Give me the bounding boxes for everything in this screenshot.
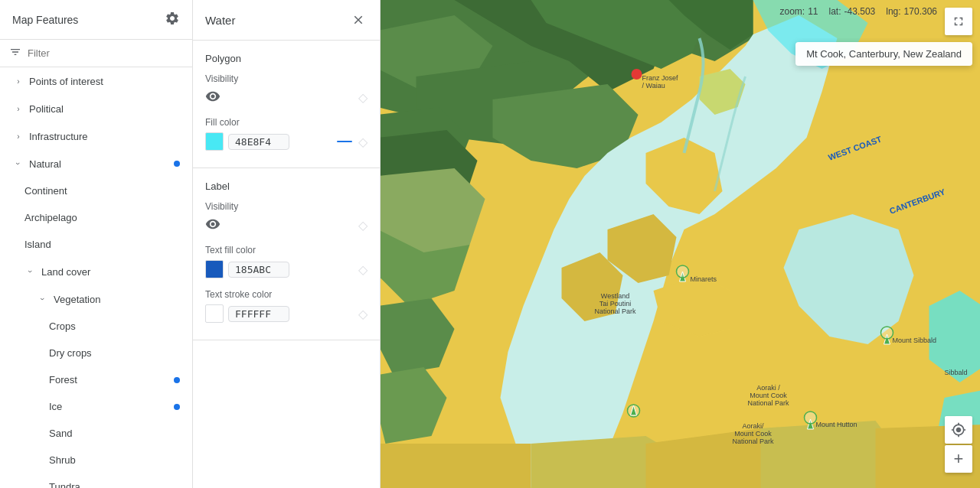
filter-icon xyxy=(9,46,21,60)
settings-icon[interactable] xyxy=(165,11,180,28)
sidebar-item-dry-crops[interactable]: Dry crops xyxy=(0,340,192,366)
locate-me-button[interactable] xyxy=(945,416,972,444)
dot-indicator xyxy=(174,404,180,410)
keyframe-diamond-icon[interactable]: ◇ xyxy=(358,135,368,149)
keyframe-diamond-icon[interactable]: ◇ xyxy=(358,307,368,321)
filter-input[interactable] xyxy=(28,47,183,59)
keyframe-diamond-icon[interactable]: ◇ xyxy=(358,218,368,233)
lat-label: lat: xyxy=(829,6,841,17)
lng-value: 170.306 xyxy=(904,6,937,17)
chevron-down-icon: › xyxy=(12,158,24,170)
label-section-title: Label xyxy=(205,181,368,192)
text-stroke-color-swatch[interactable] xyxy=(205,304,224,323)
sidebar-item-label: Points of interest xyxy=(29,76,103,87)
text-stroke-color-value: FFFFFF xyxy=(228,306,289,322)
chevron-right-icon: › xyxy=(12,130,24,142)
chevron-down-icon: › xyxy=(37,293,49,305)
lat-value: -43.503 xyxy=(844,6,876,17)
polygon-section-title: Polygon xyxy=(205,53,368,64)
sidebar-item-sand[interactable]: Sand xyxy=(0,420,192,447)
label-visibility-eye-icon[interactable] xyxy=(205,216,220,234)
sidebar-header: Map Features xyxy=(0,0,192,40)
fill-color-label: Fill color xyxy=(205,117,368,128)
sidebar-item-tundra[interactable]: Tundra xyxy=(0,473,192,488)
zoom-in-button[interactable]: + xyxy=(945,445,972,473)
chevron-right-icon: › xyxy=(12,102,24,115)
text-fill-color-label: Text fill color xyxy=(205,245,368,255)
text-stroke-color-control[interactable]: FFFFFF xyxy=(205,304,289,323)
chevron-right-icon: › xyxy=(12,75,24,87)
label-visibility-label: Visibility xyxy=(205,201,368,212)
minus-line-icon xyxy=(337,141,352,142)
text-fill-color-value: 185ABC xyxy=(228,262,289,278)
sidebar-item-label: Political xyxy=(29,103,64,115)
text-fill-color-swatch[interactable] xyxy=(205,260,224,278)
text-stroke-color-label: Text stroke color xyxy=(205,289,368,300)
sidebar-item-forest[interactable]: Forest xyxy=(0,366,192,393)
fill-color-value: 48E8F4 xyxy=(228,134,289,150)
location-tooltip: Mt Cook, Canterbury, New Zealand xyxy=(795,42,972,66)
filter-bar[interactable] xyxy=(0,40,192,67)
panel-title: Water xyxy=(205,14,235,27)
keyframe-diamond-icon[interactable]: ◇ xyxy=(358,262,368,277)
sidebar-item-label: Crops xyxy=(49,320,76,332)
svg-rect-23 xyxy=(381,444,531,488)
sidebar-item-label: Shrub xyxy=(49,454,76,466)
sidebar-item-label: Sand xyxy=(49,428,72,439)
panel-header: Water xyxy=(193,0,380,41)
fullscreen-button[interactable] xyxy=(945,8,972,35)
sidebar-item-label: Land cover xyxy=(41,266,90,278)
sidebar-item-ice[interactable]: Ice xyxy=(0,393,192,420)
dot-indicator xyxy=(174,161,180,167)
sidebar-item-label: Ice xyxy=(49,401,62,412)
chevron-down-icon: › xyxy=(24,265,37,278)
visibility-label: Visibility xyxy=(205,73,368,84)
sidebar-item-label: Dry crops xyxy=(49,347,92,359)
sidebar-item-label: Island xyxy=(24,239,51,250)
polygon-section: Polygon Visibility ◇ Fill color 48E8F4 ◇ xyxy=(193,41,380,168)
label-section: Label Visibility ◇ Text fill color 185AB… xyxy=(193,168,380,340)
close-button[interactable] xyxy=(349,11,368,29)
sidebar-item-natural[interactable]: › Natural xyxy=(0,150,192,177)
map-controls: + xyxy=(945,416,972,473)
sidebar-item-political[interactable]: › Political xyxy=(0,95,192,122)
zoom-value: 11 xyxy=(808,6,818,17)
sidebar-item-label: Archipelago xyxy=(24,212,77,223)
sidebar-item-label: Vegetation xyxy=(54,294,100,305)
text-fill-color-control[interactable]: 185ABC xyxy=(205,260,289,278)
sidebar-item-label: Infrastructure xyxy=(29,131,88,142)
dot-indicator xyxy=(174,377,180,383)
sidebar-item-label: Tundra xyxy=(49,481,80,488)
sidebar-item-continent[interactable]: Continent xyxy=(0,177,192,204)
sidebar: Map Features › Points of interest › Poli… xyxy=(0,0,193,488)
sidebar-item-infrastructure[interactable]: › Infrastructure xyxy=(0,122,192,150)
sidebar-item-label: Natural xyxy=(29,158,61,170)
sidebar-item-points-of-interest[interactable]: › Points of interest xyxy=(0,67,192,95)
sidebar-items-list: › Points of interest › Political › Infra… xyxy=(0,67,192,488)
sidebar-item-island[interactable]: Island xyxy=(0,231,192,258)
visibility-eye-icon[interactable] xyxy=(205,89,220,106)
sidebar-title: Map Features xyxy=(12,14,78,26)
location-tooltip-text: Mt Cook, Canterbury, New Zealand xyxy=(806,48,962,60)
sidebar-item-archipelago[interactable]: Archipelago xyxy=(0,204,192,231)
lng-label: lng: xyxy=(886,6,900,17)
sidebar-item-crops[interactable]: Crops xyxy=(0,313,192,340)
keyframe-diamond-icon[interactable]: ◇ xyxy=(358,90,368,105)
sidebar-item-vegetation[interactable]: › Vegetation xyxy=(0,285,192,313)
fill-color-control[interactable]: 48E8F4 xyxy=(205,132,289,151)
sidebar-item-label: Continent xyxy=(24,185,67,197)
fill-color-swatch[interactable] xyxy=(205,132,224,151)
map-area[interactable]: WEST COAST CANTERBURY WEST COAST CANTERB… xyxy=(381,0,980,488)
sidebar-item-shrub[interactable]: Shrub xyxy=(0,447,192,473)
zoom-label: zoom: xyxy=(779,6,805,17)
feature-panel: Water Polygon Visibility ◇ Fill color 48… xyxy=(193,0,381,488)
sidebar-item-label: Forest xyxy=(49,374,77,386)
sidebar-item-land-cover[interactable]: › Land cover xyxy=(0,258,192,285)
